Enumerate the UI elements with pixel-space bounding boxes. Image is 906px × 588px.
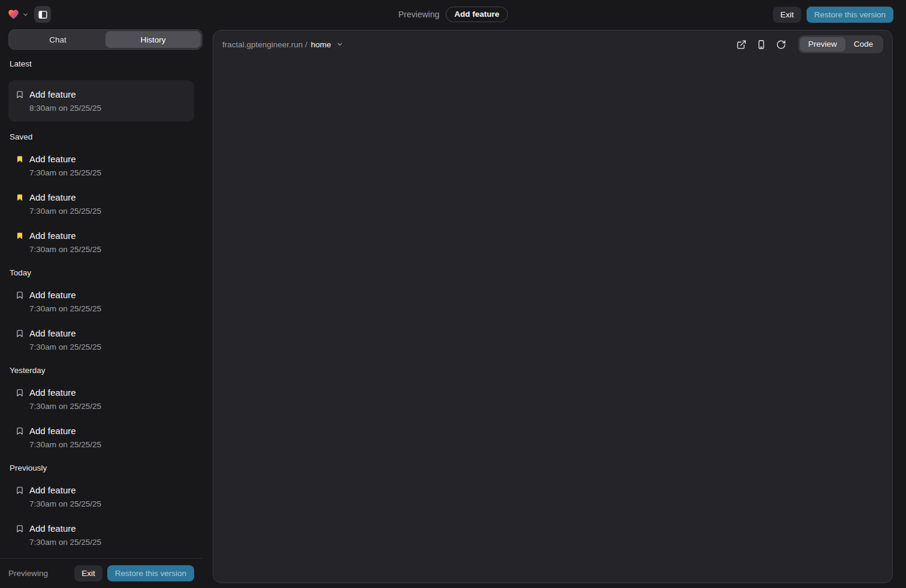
history-item-time: 7:30am on 25/25/25 — [29, 499, 101, 508]
preview-panel: fractal.gptengineer.run / home Pr — [213, 30, 893, 583]
section-label: Today — [10, 268, 193, 277]
external-link-icon — [736, 40, 747, 50]
exit-button[interactable]: Exit — [74, 565, 102, 581]
sidebar-tab-switcher: Chat History — [8, 29, 203, 50]
history-section-saved: Saved Add feature 7:30am on 25/25/25 Add… — [8, 132, 194, 254]
bookmark-outline-icon — [16, 329, 24, 338]
history-item-title: Add feature — [29, 192, 101, 203]
history-item[interactable]: Add feature 7:30am on 25/25/25 — [8, 328, 194, 351]
history-item-time: 7:30am on 25/25/25 — [29, 245, 101, 254]
tab-chat[interactable]: Chat — [10, 31, 105, 48]
history-item-time: 8:30am on 25/25/25 — [29, 104, 101, 113]
history-item-time: 7:30am on 25/25/25 — [29, 343, 101, 351]
refresh-button[interactable] — [774, 37, 789, 52]
history-item-title: Add feature — [29, 289, 101, 301]
history-section-latest: Latest Add feature 8:30am on 25/25/25 — [8, 59, 194, 122]
restore-version-button[interactable]: Restore this version — [807, 7, 893, 23]
history-item-title: Add feature — [29, 387, 101, 398]
history-item[interactable]: Add feature 7:30am on 25/25/25 — [8, 523, 194, 547]
toggle-preview[interactable]: Preview — [800, 37, 845, 51]
history-item-title: Add feature — [29, 153, 101, 165]
mobile-view-button[interactable] — [754, 37, 769, 52]
history-item-title: Add feature — [29, 523, 101, 534]
workspace-menu-button[interactable] — [7, 8, 29, 20]
bookmark-outline-icon — [16, 388, 24, 398]
history-item-time: 7:30am on 25/25/25 — [29, 304, 101, 313]
history-item-time: 7:30am on 25/25/25 — [29, 402, 101, 411]
history-item-title: Add feature — [29, 89, 101, 100]
route-selector[interactable]: home — [311, 40, 331, 49]
history-item-selected[interactable]: Add feature 8:30am on 25/25/25 — [8, 80, 194, 122]
bookmark-filled-icon — [16, 193, 24, 202]
history-item[interactable]: Add feature 7:30am on 25/25/25 — [8, 289, 194, 313]
history-item[interactable]: Add feature 7:30am on 25/25/25 — [8, 153, 194, 177]
preview-url-prefix: fractal.gptengineer.run / — [222, 40, 307, 49]
refresh-icon — [776, 40, 786, 50]
bookmark-outline-icon — [16, 426, 24, 436]
view-mode-toggle: Preview Code — [798, 35, 883, 53]
sidebar-footer: Previewing Exit Restore this version — [0, 558, 203, 588]
history-item-time: 7:30am on 25/25/25 — [29, 538, 101, 547]
top-header: Previewing Add feature Exit Restore this… — [0, 0, 906, 29]
history-item-time: 7:30am on 25/25/25 — [29, 168, 101, 177]
section-label: Latest — [10, 59, 193, 68]
bookmark-outline-icon — [16, 290, 24, 300]
history-item[interactable]: Add feature 7:30am on 25/25/25 — [8, 230, 194, 254]
preview-toolbar: fractal.gptengineer.run / home Pr — [213, 31, 892, 58]
history-item[interactable]: Add feature 7:30am on 25/25/25 — [8, 425, 194, 449]
chevron-down-icon[interactable] — [336, 41, 343, 48]
tab-history[interactable]: History — [105, 31, 201, 48]
bookmark-outline-icon — [16, 486, 24, 495]
history-item[interactable]: Add feature 7:30am on 25/25/25 — [8, 387, 194, 411]
version-history-list: Latest Add feature 8:30am on 25/25/25 Sa… — [0, 50, 203, 558]
restore-version-button[interactable]: Restore this version — [107, 565, 194, 581]
open-in-new-tab-button[interactable] — [734, 37, 750, 52]
history-item-time: 7:30am on 25/25/25 — [29, 440, 101, 449]
preview-viewport[interactable] — [213, 58, 892, 583]
bookmark-outline-icon — [16, 524, 24, 534]
history-item-title: Add feature — [29, 484, 101, 496]
panel-left-icon — [38, 10, 48, 20]
toggle-code[interactable]: Code — [845, 37, 881, 51]
lovable-heart-logo-icon — [7, 8, 20, 20]
previewing-label: Previewing — [398, 10, 439, 19]
history-item-title: Add feature — [29, 328, 101, 339]
history-section-yesterday: Yesterday Add feature 7:30am on 25/25/25… — [8, 366, 194, 449]
chevron-down-icon — [22, 11, 29, 18]
history-item[interactable]: Add feature 7:30am on 25/25/25 — [8, 484, 194, 508]
section-label: Previously — [10, 463, 193, 472]
history-sidebar: Chat History Latest Add feature 8:30am o… — [0, 29, 203, 588]
section-label: Saved — [10, 132, 193, 141]
smartphone-icon — [756, 40, 766, 50]
sidebar-toggle-button[interactable] — [34, 6, 51, 23]
history-section-today: Today Add feature 7:30am on 25/25/25 Add… — [8, 268, 194, 351]
bookmark-filled-icon — [16, 154, 24, 164]
previewing-label: Previewing — [8, 569, 48, 578]
history-section-previously: Previously Add feature 7:30am on 25/25/2… — [8, 463, 194, 547]
exit-button[interactable]: Exit — [773, 7, 801, 23]
section-label: Yesterday — [10, 366, 193, 375]
bookmark-filled-icon — [16, 231, 24, 241]
history-item[interactable]: Add feature 7:30am on 25/25/25 — [8, 192, 194, 216]
version-badge: Add feature — [446, 7, 508, 22]
bookmark-outline-icon — [16, 90, 24, 99]
history-item-title: Add feature — [29, 230, 101, 241]
history-item-title: Add feature — [29, 425, 101, 437]
history-item-time: 7:30am on 25/25/25 — [29, 207, 101, 216]
